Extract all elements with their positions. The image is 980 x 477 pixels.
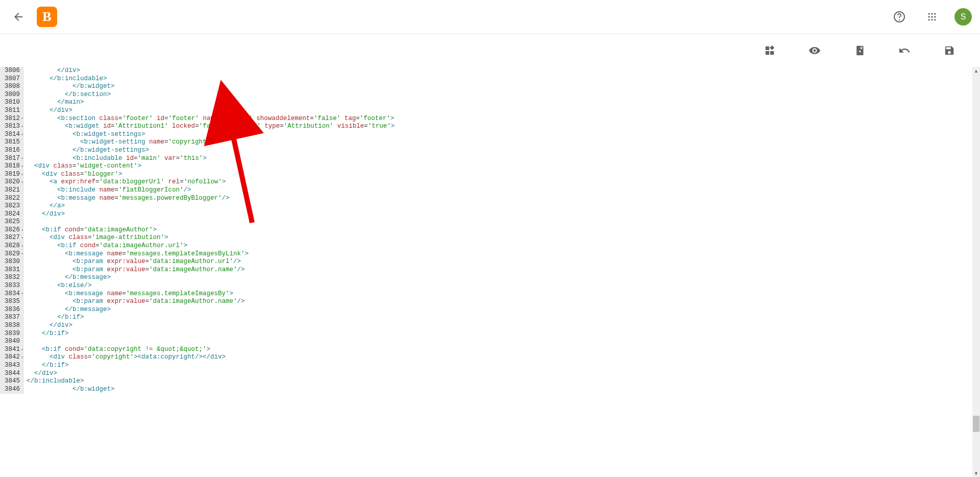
widgets-icon xyxy=(764,45,775,56)
apps-button[interactable] xyxy=(922,7,942,27)
vertical-scrollbar[interactable]: ▲ ▼ xyxy=(972,67,980,477)
scroll-down-arrow[interactable]: ▼ xyxy=(972,469,980,477)
preview-button[interactable] xyxy=(804,40,825,61)
svg-point-6 xyxy=(928,19,930,20)
back-button[interactable] xyxy=(8,7,29,27)
svg-point-8 xyxy=(934,19,936,20)
help-button[interactable] xyxy=(889,7,910,27)
line-gutter: 3806380738083809381038113812381338143815… xyxy=(0,67,23,394)
undo-button[interactable] xyxy=(894,40,915,61)
avatar[interactable]: S xyxy=(954,8,972,26)
apps-grid-icon xyxy=(927,12,937,22)
code-editor[interactable]: 3806380738083809381038113812381338143815… xyxy=(0,67,980,477)
svg-point-4 xyxy=(931,16,933,17)
svg-point-2 xyxy=(934,13,936,15)
format-button[interactable] xyxy=(849,40,870,61)
undo-icon xyxy=(898,44,911,57)
header-right: S xyxy=(889,7,972,27)
eye-icon xyxy=(808,44,821,57)
svg-point-0 xyxy=(928,13,930,15)
arrow-left-icon xyxy=(12,11,24,23)
page-icon xyxy=(854,45,865,56)
editor-toolbar xyxy=(0,34,980,67)
svg-point-10 xyxy=(859,51,861,52)
blogger-logo: B xyxy=(37,7,57,27)
svg-point-3 xyxy=(928,16,930,17)
code-content[interactable]: </div> </b:includable> </b:widget> </b:s… xyxy=(27,67,971,393)
save-button[interactable] xyxy=(939,40,960,61)
scroll-up-arrow[interactable]: ▲ xyxy=(972,67,980,75)
avatar-initial: S xyxy=(961,12,966,21)
svg-point-1 xyxy=(931,13,933,15)
header: B S xyxy=(0,0,980,34)
help-icon xyxy=(893,11,905,23)
svg-point-7 xyxy=(931,19,933,20)
scroll-thumb[interactable] xyxy=(973,416,979,432)
svg-point-5 xyxy=(934,16,936,17)
save-icon xyxy=(944,45,955,56)
widgets-button[interactable] xyxy=(760,40,780,61)
header-left: B xyxy=(8,7,57,27)
